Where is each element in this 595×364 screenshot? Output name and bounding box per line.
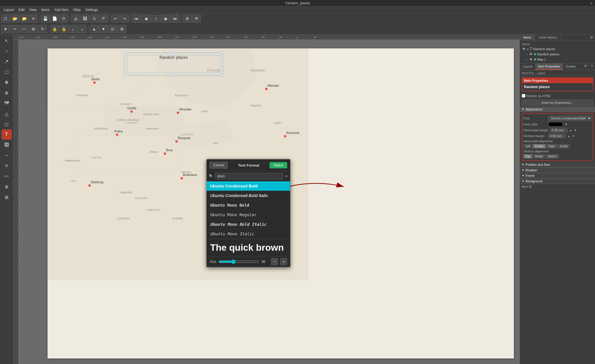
circle-tool[interactable]: ○ (2, 46, 12, 56)
h-margin-input[interactable] (550, 128, 567, 132)
zoom-layer-button[interactable]: ⌕ (78, 25, 87, 33)
redo-button[interactable]: ↪ (120, 14, 129, 23)
select-item-tool[interactable]: ↗ (2, 57, 12, 66)
align-right-button[interactable]: Right (546, 144, 557, 148)
menu-items[interactable]: Items (39, 7, 52, 12)
export-pdf-button[interactable]: P (99, 14, 108, 23)
rotation-header[interactable]: Rotation (520, 168, 595, 173)
tree-item-map1[interactable]: ✓ 👁 ■ Map 1 (521, 57, 594, 62)
add-label-tool[interactable]: T (2, 130, 12, 139)
export-svg-button[interactable]: S (90, 14, 99, 23)
new-button[interactable]: 🗋 (1, 14, 10, 23)
font-size-minus-button[interactable]: − (271, 258, 278, 265)
atlas-settings-button[interactable]: ⚙ (183, 14, 192, 23)
appearance-header[interactable]: Appearance (520, 107, 595, 112)
add-map-tool[interactable]: 🗺 (2, 98, 12, 108)
group-button[interactable]: ⊞ (118, 25, 126, 33)
tree-item-random-places[interactable]: ✓ 👁 ■ Random places (521, 52, 594, 57)
font-item-ubuntu-condensed-bold[interactable]: Ubuntu Condensed Bold (207, 181, 290, 191)
nav-next-button[interactable]: ▶ (162, 14, 170, 23)
font-color-swatch[interactable] (548, 122, 563, 127)
dialog-select-button[interactable]: Select (270, 162, 287, 168)
render-html-checkbox[interactable] (522, 94, 525, 98)
select-move-tool[interactable]: ↖ (2, 36, 12, 46)
export-image-button[interactable]: 🖼 (81, 14, 89, 23)
raise-button[interactable]: ▲ (90, 25, 99, 33)
zoom-out-button[interactable]: − (10, 25, 19, 33)
valign-top-button[interactable]: Top (523, 154, 532, 159)
tab-layout[interactable]: Layout (520, 63, 535, 70)
zoom-in-button[interactable]: + (1, 25, 10, 33)
align-justify-button[interactable]: Justify (558, 144, 570, 148)
font-item-ubuntu-mono-bold-italic[interactable]: Ubuntu Mono Bold Italic (207, 220, 290, 229)
save-as-button[interactable]: 📄 (50, 14, 59, 23)
move-content-tool[interactable]: ✥ (2, 77, 12, 87)
v-margin-spinner-up[interactable]: ▲ (567, 134, 570, 138)
atlas-preview-button[interactable]: 👁 (192, 14, 201, 23)
v-margin-input[interactable] (548, 134, 566, 138)
position-size-header[interactable]: Position and Size (520, 162, 595, 168)
zoom-fit-button[interactable]: ⊞ (29, 25, 38, 33)
items-settings-icon[interactable]: ⚙ (588, 34, 595, 40)
font-search-input[interactable] (215, 173, 283, 179)
lower-button[interactable]: ▼ (99, 25, 108, 33)
item-props-settings-icon[interactable]: ⚙ (583, 63, 589, 70)
frame-header[interactable]: Frame (520, 173, 595, 179)
canvas-area[interactable]: -320 -300 -280 -260 -240 -220 -200 -180 … (13, 34, 520, 364)
tab-items[interactable]: Items (520, 34, 535, 40)
lock-button[interactable]: 🔒 (50, 25, 59, 33)
nav-prev-button[interactable]: ◀ (141, 14, 150, 23)
add-shape-tool[interactable]: ◻ (2, 119, 12, 129)
visibility-icon-2[interactable]: 👁 (529, 52, 533, 56)
refresh-button[interactable]: ↻ (38, 25, 47, 33)
menu-add-item[interactable]: Add Item (52, 7, 71, 12)
menu-view[interactable]: View (27, 7, 39, 12)
tab-undo-history[interactable]: Undo History (535, 34, 561, 40)
node-tool[interactable]: ⬡ (2, 67, 12, 77)
menu-layout[interactable]: Layout (1, 7, 16, 12)
h-margin-spinner-up[interactable]: ▲ (569, 129, 572, 132)
align-left-button[interactable]: Left (523, 144, 532, 148)
font-item-ubuntu-mono-regular[interactable]: Ubuntu Mono Regular (207, 210, 290, 220)
font-size-plus-button[interactable]: + (280, 258, 287, 265)
add-scalebar-tool[interactable]: ━ (2, 150, 12, 160)
font-selector[interactable]: Ubuntu Condensed Bold (548, 116, 592, 121)
tab-item-properties[interactable]: Item Properties (535, 63, 563, 70)
add-legend-tool[interactable]: ≡ (2, 161, 12, 171)
save-revert-button[interactable]: ⟳ (59, 14, 68, 23)
unlock-button[interactable]: 🔓 (59, 25, 68, 33)
open-button[interactable]: 📁 (20, 14, 28, 23)
align-center-button[interactable]: Center (533, 144, 546, 148)
edit-nodes-tool[interactable]: ⊕ (2, 88, 12, 98)
nav-last-button[interactable]: ⏭ (171, 14, 180, 23)
background-header[interactable]: Background (520, 179, 595, 184)
visibility-icon[interactable]: 👁 (522, 47, 526, 51)
print-button[interactable]: 🖨 (71, 14, 80, 23)
v-margin-spinner-down[interactable]: ▼ (572, 134, 575, 138)
page-number-input[interactable] (151, 15, 161, 22)
clear-search-icon[interactable]: ✕ (285, 174, 288, 178)
font-size-slider[interactable] (219, 259, 259, 264)
add-polygon-tool[interactable]: △ (2, 109, 12, 119)
menu-settings[interactable]: Settings (83, 7, 100, 12)
nav-first-button[interactable]: ⏮ (132, 14, 141, 23)
add-north-tool[interactable]: ⊕ (2, 182, 12, 192)
menu-atlas[interactable]: Atlas (71, 7, 83, 12)
zoom-actual-button[interactable]: 1:1 (20, 25, 28, 33)
label-selection-box[interactable]: Random places (124, 52, 223, 76)
tree-item-root[interactable]: 👁 ● T Random places (521, 46, 594, 52)
add-image-tool[interactable]: 🖼 (2, 140, 12, 150)
font-item-ubuntu-mono-italic[interactable]: Ubuntu Mono Italic (207, 229, 290, 239)
valign-middle-button[interactable]: Middle (533, 154, 545, 159)
add-html-tool[interactable]: </> (2, 171, 12, 181)
visibility-icon-3[interactable]: 👁 (529, 57, 533, 61)
font-item-ubuntu-mono-bold[interactable]: Ubuntu Mono Bold (207, 201, 290, 210)
close-button[interactable]: × (590, 1, 593, 6)
valign-bottom-button[interactable]: Bottom (546, 154, 559, 159)
lock-layer-button[interactable]: ⊡ (108, 25, 117, 33)
undo-button[interactable]: ↩ (111, 14, 120, 23)
open-recent-button[interactable]: 📂 (10, 14, 19, 23)
font-item-ubuntu-condensed-bold-italic[interactable]: Ubuntu Condensed Bold Italic (207, 191, 290, 201)
menu-edit[interactable]: Edit (16, 7, 27, 12)
close-button-tb[interactable]: ✕ (29, 14, 38, 23)
